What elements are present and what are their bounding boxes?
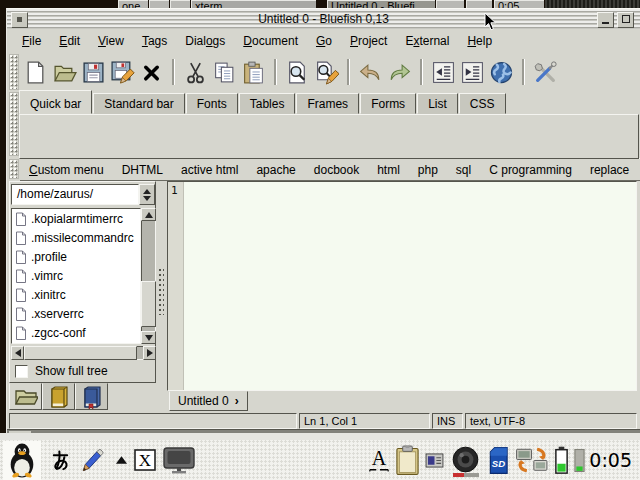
menu-item-tags[interactable]: Tags xyxy=(133,32,176,50)
volume-icon[interactable] xyxy=(449,446,482,475)
file-item[interactable]: .xserverrc xyxy=(12,304,140,323)
menu-item-go[interactable]: Go xyxy=(307,32,341,50)
custom-menu-item-replace[interactable]: replace xyxy=(581,161,638,179)
background-window-button[interactable] xyxy=(149,0,169,8)
scroll-left-button[interactable] xyxy=(11,346,24,360)
html-toolbar-grip[interactable] xyxy=(9,92,19,156)
editor-content[interactable] xyxy=(184,182,636,390)
tab-forms[interactable]: Forms xyxy=(360,93,416,114)
side-tab-file-browser[interactable] xyxy=(9,383,42,410)
volume-level-bar[interactable] xyxy=(453,473,479,477)
copy-button[interactable] xyxy=(210,57,239,87)
background-window-button[interactable] xyxy=(436,0,464,8)
minimize-button[interactable] xyxy=(597,12,614,28)
preferences-button[interactable] xyxy=(531,57,560,87)
open-button[interactable] xyxy=(50,57,79,87)
file-item[interactable]: .missilecommandrc xyxy=(12,228,140,247)
save-button[interactable] xyxy=(79,57,108,87)
menu-item-edit[interactable]: Edit xyxy=(50,32,89,50)
tab-standard-bar[interactable]: Standard bar xyxy=(93,93,184,114)
terminal-icon[interactable] xyxy=(162,446,196,474)
spin-down-icon xyxy=(143,196,151,201)
battery-backup-icon[interactable] xyxy=(574,448,585,473)
file-item[interactable]: .xinitrc xyxy=(12,285,140,304)
tab-frames[interactable]: Frames xyxy=(296,93,359,114)
screen-rotate-icon[interactable] xyxy=(515,446,549,474)
custom-menu-item-dhtml[interactable]: DHTML xyxy=(113,161,172,179)
side-tab-reference-browser[interactable] xyxy=(42,383,75,410)
custom-menu-item-active-html[interactable]: active html xyxy=(172,161,247,179)
file-item[interactable]: .profile xyxy=(12,247,140,266)
custom-menu-item-apache[interactable]: apache xyxy=(247,161,304,179)
clipboard-icon[interactable] xyxy=(395,445,420,476)
tux-icon[interactable] xyxy=(3,441,41,480)
menu-item-dialogs[interactable]: Dialogs xyxy=(176,32,234,50)
tab-menu-arrow-icon[interactable]: › xyxy=(235,394,239,408)
battery-main-icon[interactable] xyxy=(554,445,569,475)
menu-item-external[interactable]: External xyxy=(396,32,458,50)
custom-menu-item-php[interactable]: php xyxy=(409,161,447,179)
custom-menu-item-html[interactable]: html xyxy=(368,161,409,179)
menu-item-file[interactable]: File xyxy=(13,32,50,50)
view-in-browser-button[interactable] xyxy=(487,57,516,87)
tab-quick-bar[interactable]: Quick bar xyxy=(19,90,92,114)
scroll-right-button[interactable] xyxy=(143,346,156,360)
custom-menu-item-c-programming[interactable]: C programming xyxy=(480,161,581,179)
new-button[interactable] xyxy=(21,57,50,87)
text-editor[interactable]: 1 xyxy=(167,181,637,391)
minimize-icon xyxy=(602,22,609,24)
custom-menu-item-sql[interactable]: sql xyxy=(447,161,480,179)
tab-list[interactable]: List xyxy=(417,93,458,114)
background-window-button-bluefish[interactable]: Untitled 0 - Bluefi xyxy=(327,0,435,8)
sd-card-icon[interactable]: SD xyxy=(487,446,510,475)
file-icon xyxy=(15,231,31,245)
scroll-down-button[interactable] xyxy=(141,331,156,344)
taskbar: X ASD0:05 xyxy=(0,440,640,480)
path-spinner[interactable] xyxy=(139,184,155,205)
background-window-button[interactable] xyxy=(466,0,492,8)
tab-fonts[interactable]: Fonts xyxy=(186,93,238,114)
paste-button[interactable] xyxy=(239,57,268,87)
titlebar[interactable]: Untitled 0 - Bluefish 0,13 xyxy=(7,9,640,29)
font-input-icon[interactable]: A xyxy=(368,447,390,474)
undo-button[interactable] xyxy=(356,57,385,87)
unindent-button[interactable] xyxy=(429,57,458,87)
cut-button[interactable] xyxy=(181,57,210,87)
save-as-button[interactable] xyxy=(108,57,137,87)
paned-divider[interactable] xyxy=(156,181,167,413)
menu-item-document[interactable]: Document xyxy=(234,32,307,50)
scrollbar-thumb[interactable] xyxy=(141,281,156,327)
maximize-button[interactable] xyxy=(617,12,634,28)
indent-button[interactable] xyxy=(458,57,487,87)
custom-menu-item-docbook[interactable]: docbook xyxy=(305,161,368,179)
find-replace-button[interactable] xyxy=(312,57,341,87)
background-window-button-one[interactable]: one xyxy=(118,0,148,8)
scroll-up-button[interactable] xyxy=(141,208,156,221)
path-input[interactable]: /home/zaurus/ xyxy=(11,184,139,205)
menu-item-view[interactable]: View xyxy=(89,32,133,50)
toolbar-grip[interactable] xyxy=(9,54,19,90)
tab-untitled-0[interactable]: Untitled 0 › xyxy=(169,391,248,411)
x11-icon[interactable]: X xyxy=(134,449,156,471)
file-item[interactable]: .vimrc xyxy=(12,266,140,285)
pencil-icon[interactable] xyxy=(78,447,105,474)
file-item[interactable]: .kopialarmtimerrc xyxy=(12,209,140,228)
redo-button[interactable] xyxy=(385,57,414,87)
menu-item-help[interactable]: Help xyxy=(458,32,501,50)
find-button[interactable] xyxy=(283,57,312,87)
file-item[interactable]: .zgcc-conf xyxy=(12,323,140,342)
menu-item-project[interactable]: Project xyxy=(341,32,396,50)
ime-panel-icon[interactable] xyxy=(425,453,444,468)
side-tab-bookmarks[interactable] xyxy=(75,383,108,410)
collapse-arrow-icon[interactable] xyxy=(115,455,128,465)
background-window-button-xterm[interactable]: xterm xyxy=(191,0,316,8)
tab-tables[interactable]: Tables xyxy=(239,93,296,114)
ime-hiragana-icon[interactable] xyxy=(49,449,72,472)
hscrollbar-thumb[interactable] xyxy=(24,346,137,360)
custom-menu-grip[interactable] xyxy=(9,159,19,179)
custom-menu-item-custom-menu[interactable]: Custom menu xyxy=(20,161,113,179)
show-full-tree-checkbox[interactable] xyxy=(15,365,28,378)
tab-css[interactable]: CSS xyxy=(459,93,506,114)
background-window-button[interactable] xyxy=(170,0,190,8)
close-button[interactable] xyxy=(137,57,166,87)
